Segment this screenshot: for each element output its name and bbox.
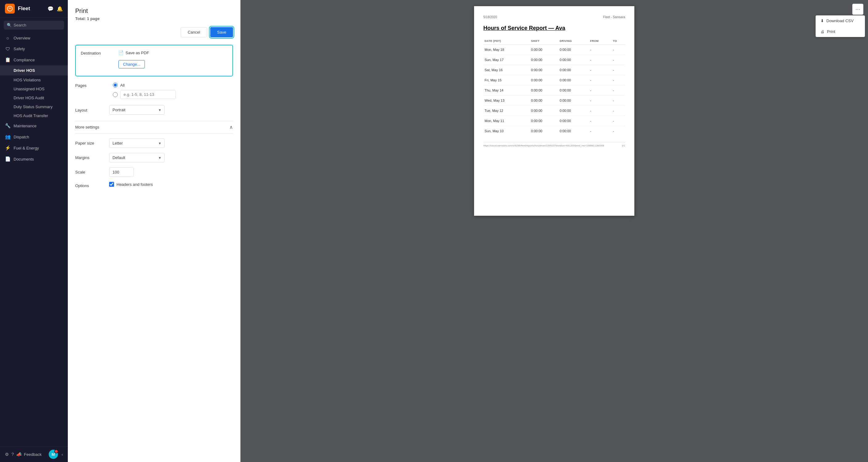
three-dot-menu-button[interactable]: ⋯ [852, 4, 863, 15]
maintenance-icon: 🔧 [5, 123, 10, 128]
sidebar-item-overview[interactable]: ○ Overview [0, 33, 68, 43]
app-title: Fleet [18, 5, 30, 12]
change-destination-button[interactable]: Change... [118, 60, 145, 68]
scale-input[interactable] [109, 167, 134, 177]
cell-driving: 0:00:00 [559, 106, 589, 116]
table-row: Tue, May 12 0:00:00 0:00:00 - - [483, 106, 625, 116]
search-box[interactable]: 🔍 Search [4, 21, 64, 30]
cell-from: - [589, 96, 612, 106]
more-settings-chevron-icon: ∧ [229, 124, 233, 130]
sidebar-item-documents[interactable]: 📄 Documents [0, 153, 68, 164]
cell-driving: 0:00:00 [559, 55, 589, 65]
sidebar-item-maintenance[interactable]: 🔧 Maintenance [0, 120, 68, 131]
sidebar-item-overview-label: Overview [13, 36, 30, 40]
sidebar-item-duty-status-summary-label: Duty Status Summary [13, 104, 53, 109]
doc-footer-page: 1/1 [622, 144, 625, 147]
pages-radio-group: All [113, 83, 176, 99]
cell-to: - [612, 65, 625, 75]
collapse-icon[interactable]: ‹ [62, 452, 63, 457]
bell-icon[interactable]: 🔔 [57, 6, 63, 12]
table-row: Mon, May 11 0:00:00 0:00:00 - - [483, 116, 625, 126]
doc-driver-name: Ava [555, 25, 565, 31]
cell-driving: 0:00:00 [559, 85, 589, 96]
print-panel: Print Total: 1 page Cancel Save Destinat… [68, 0, 241, 462]
sidebar-item-dispatch[interactable]: 👥 Dispatch [0, 131, 68, 143]
sidebar-item-driver-hos-audit-label: Driver HOS Audit [13, 96, 44, 100]
save-button[interactable]: Save [210, 27, 233, 37]
cell-to: - [612, 96, 625, 106]
print-actions: Cancel Save [75, 27, 233, 37]
print-total: Total: 1 page [75, 16, 233, 21]
sidebar-item-compliance[interactable]: 📋 Compliance [0, 54, 68, 65]
layout-select[interactable]: Portrait Landscape [109, 105, 164, 115]
sidebar-item-driver-hos[interactable]: Driver HOS [0, 65, 68, 75]
search-icon: 🔍 [7, 23, 12, 27]
sidebar-item-hos-violations[interactable]: HOS Violations [0, 75, 68, 85]
pages-section: Pages All [75, 83, 233, 99]
print-item[interactable]: 🖨 Print [815, 26, 865, 37]
cell-to: - [612, 126, 625, 136]
sidebar-item-hos-violations-label: HOS Violations [13, 78, 41, 82]
col-date: DATE (PDT) [483, 38, 530, 45]
pages-custom-row [113, 90, 176, 99]
col-shift: SHIFT [530, 38, 559, 45]
paper-size-select[interactable]: Letter A4 Legal [109, 138, 164, 148]
print-label: Print [827, 29, 835, 34]
cell-shift: 0:00:00 [530, 75, 559, 85]
sidebar-item-unassigned-hos[interactable]: Unassigned HOS [0, 85, 68, 93]
pages-all-row: All [113, 83, 176, 88]
cell-date: Mon, May 18 [483, 45, 530, 55]
dispatch-icon: 👥 [5, 134, 10, 140]
cell-to: - [612, 85, 625, 96]
sidebar-search-container: 🔍 Search [0, 18, 68, 33]
sidebar-item-fuel-energy[interactable]: ⚡ Fuel & Energy [0, 143, 68, 153]
sidebar-item-documents-label: Documents [13, 157, 34, 161]
cell-driving: 0:00:00 [559, 116, 589, 126]
download-csv-item[interactable]: ⬇ Download CSV [815, 16, 865, 26]
destination-value: 📄 Save as PDF [118, 50, 149, 55]
sidebar-item-safety[interactable]: 🛡 Safety [0, 43, 68, 54]
destination-value-wrap: 📄 Save as PDF Change... [118, 50, 149, 68]
sidebar-item-hos-audit-transfer[interactable]: HOS Audit Transfer [0, 111, 68, 120]
pages-row: Pages All [75, 83, 233, 99]
headers-footers-checkbox[interactable] [109, 182, 114, 187]
search-label: Search [13, 23, 26, 27]
settings-icon[interactable]: ⚙ [5, 452, 9, 457]
headers-footers-label: Headers and footers [117, 182, 153, 187]
cell-shift: 0:00:00 [530, 55, 559, 65]
cancel-button[interactable]: Cancel [181, 27, 207, 37]
pages-custom-radio[interactable] [113, 92, 118, 97]
more-settings-toggle[interactable]: More settings ∧ [75, 121, 233, 133]
col-from: FROM [589, 38, 612, 45]
doc-footer-url: https://cloud.samsara.com/o/9299/fleet/r… [483, 144, 604, 147]
chat-icon[interactable]: 💬 [48, 6, 54, 12]
cell-shift: 0:00:00 [530, 85, 559, 96]
context-menu: ⬇ Download CSV 🖨 Print [815, 16, 865, 37]
cell-date: Mon, May 11 [483, 116, 530, 126]
fuel-energy-icon: ⚡ [5, 145, 10, 151]
scale-row: Scale [75, 167, 233, 177]
margins-select[interactable]: Default None Minimum Custom [109, 153, 164, 162]
pages-custom-input[interactable] [120, 90, 176, 99]
download-icon: ⬇ [820, 19, 824, 23]
cell-to: - [612, 116, 625, 126]
cell-shift: 0:00:00 [530, 45, 559, 55]
sidebar-item-safety-label: Safety [13, 47, 25, 51]
sidebar-item-duty-status-summary[interactable]: Duty Status Summary [0, 102, 68, 111]
sidebar-item-driver-hos-audit[interactable]: Driver HOS Audit [0, 93, 68, 102]
pages-all-radio[interactable] [113, 83, 118, 88]
doc-header-meta: 5/18/2020 Fleet - Samsara [483, 16, 625, 19]
help-icon[interactable]: ? [11, 452, 14, 457]
destination-row: Destination 📄 Save as PDF Change... [81, 50, 227, 68]
doc-footer: https://cloud.samsara.com/o/9299/fleet/r… [483, 142, 625, 147]
cell-shift: 0:00:00 [530, 65, 559, 75]
sidebar-item-dispatch-label: Dispatch [13, 135, 29, 139]
avatar-initials: M [52, 452, 55, 457]
megaphone-icon[interactable]: 📣 [16, 452, 22, 457]
destination-value-text: Save as PDF [125, 51, 149, 55]
margins-label: Margins [75, 155, 109, 160]
layout-row: Layout Portrait Landscape ▼ [75, 105, 233, 115]
print-total-value: 1 page [87, 16, 99, 21]
cell-date: Sat, May 16 [483, 65, 530, 75]
avatar[interactable]: M [49, 450, 58, 459]
